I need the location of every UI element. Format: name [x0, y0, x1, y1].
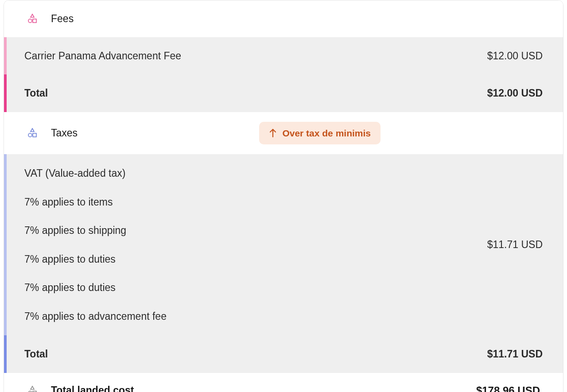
shapes-icon — [27, 385, 38, 392]
taxes-total-row: Total $11.71 USD — [4, 335, 563, 373]
taxes-header-label: Taxes — [51, 125, 78, 141]
fees-total-row: Total $12.00 USD — [4, 74, 563, 112]
svg-rect-1 — [33, 19, 36, 23]
landed-cost-value: $178.96 USD — [476, 383, 540, 392]
vat-line-item: 7% applies to items — [24, 194, 167, 210]
shapes-icon — [27, 13, 38, 24]
fees-header: Fees — [4, 0, 563, 37]
taxes-total-label: Total — [24, 346, 48, 362]
vat-line-item: 7% applies to advancement fee — [24, 309, 167, 324]
fees-header-label: Fees — [51, 11, 74, 27]
over-de-minimis-badge: Over tax de minimis — [259, 122, 381, 145]
vat-line-item: 7% applies to shipping — [24, 223, 167, 238]
vat-breakdown: VAT (Value-added tax) 7% applies to item… — [4, 154, 563, 335]
fees-line-item: Carrier Panama Advancement Fee $12.00 US… — [4, 37, 563, 75]
vat-value: $11.71 USD — [487, 237, 543, 252]
fees-total-value: $12.00 USD — [487, 85, 543, 101]
arrow-up-icon — [269, 128, 277, 138]
total-landed-cost-row: Total landed cost $178.96 USD — [4, 373, 563, 392]
taxes-total-value: $11.71 USD — [487, 346, 543, 362]
svg-rect-3 — [33, 133, 36, 137]
svg-point-0 — [28, 19, 32, 23]
shapes-icon — [27, 128, 38, 138]
vat-line-item: 7% applies to duties — [24, 252, 167, 267]
landed-cost-label: Total landed cost — [51, 383, 134, 392]
badge-text: Over tax de minimis — [282, 126, 371, 140]
svg-point-2 — [28, 133, 32, 137]
taxes-header: Taxes Over tax de minimis — [4, 112, 563, 155]
vat-line-item: 7% applies to duties — [24, 280, 167, 295]
cost-breakdown-panel: Fees Carrier Panama Advancement Fee $12.… — [4, 0, 563, 392]
fees-total-label: Total — [24, 85, 48, 101]
vat-title: VAT (Value-added tax) — [24, 166, 167, 181]
fees-item-label: Carrier Panama Advancement Fee — [24, 48, 181, 64]
fees-item-value: $12.00 USD — [487, 48, 543, 64]
